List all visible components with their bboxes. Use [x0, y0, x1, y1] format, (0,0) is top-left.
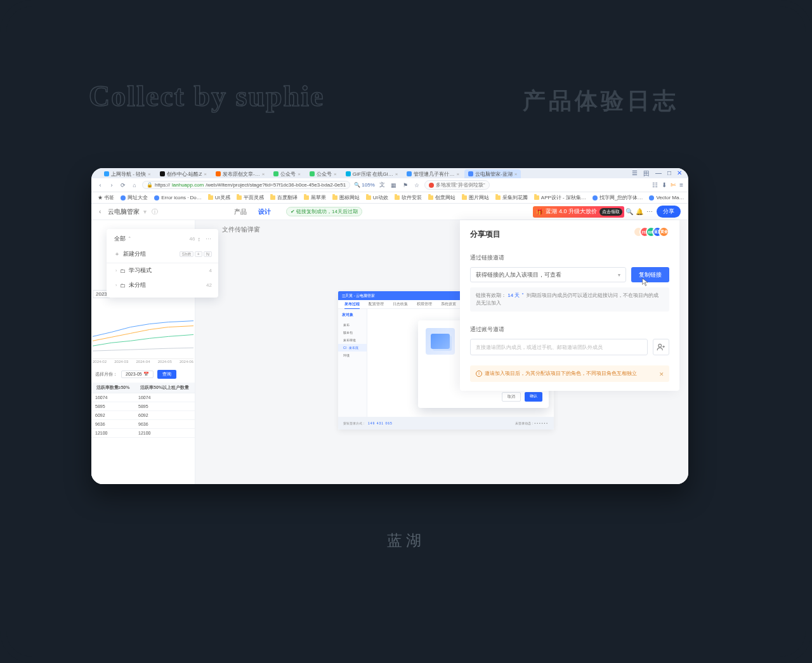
group-title[interactable]: 全部 [114, 235, 126, 243]
mock-side-item[interactable]: 发布 [338, 321, 367, 329]
bookmark-item[interactable]: 图片网站 [462, 194, 489, 201]
nav-back-icon[interactable]: ‹ [96, 182, 104, 188]
add-member-button[interactable] [653, 339, 669, 355]
more-icon[interactable]: ⋯ [645, 208, 655, 215]
sort-icon[interactable]: ↕ [198, 236, 201, 242]
key-n: N [204, 251, 212, 257]
browser-tab[interactable]: GIF压缩 在线GI… × [342, 169, 402, 178]
chevron-down-icon[interactable]: ▾ [143, 208, 147, 215]
mock-side-item[interactable]: 环境 [338, 351, 367, 359]
table-row: 96369636 [91, 420, 195, 429]
xtick: 2024-06 [180, 360, 193, 364]
lock-icon: 🔒 [147, 182, 153, 188]
xtick: 2024-02 [93, 360, 107, 364]
browser-tab[interactable]: 发布原创文章-… × [212, 169, 268, 178]
section-link-invite: 通过链接邀请 [470, 254, 669, 262]
new-group-row[interactable]: ＋ 新建分组 Shift + N [107, 247, 218, 263]
bookmark-item[interactable]: 找字网_您的字体… [593, 194, 643, 201]
extension-icon[interactable]: ☷ [652, 181, 658, 188]
translate-icon[interactable]: 文 [379, 181, 386, 189]
tab-product[interactable]: 产品 [234, 207, 247, 216]
window-control[interactable]: ☰ [632, 169, 638, 178]
info-icon[interactable]: ⓘ [152, 207, 158, 216]
search-icon[interactable]: 🔍 [624, 208, 634, 215]
share-button[interactable]: 分享 [657, 206, 681, 218]
mock-nav-item[interactable]: 权限管理 [417, 301, 432, 307]
bell-icon[interactable]: 🔔 [634, 208, 645, 215]
qr-icon[interactable]: ▦ [390, 182, 398, 188]
browser-tab[interactable]: 云电脑管家-蓝湖 × [464, 169, 521, 178]
url-field[interactable]: 🔒 https://lanhuapp.com/web/#/item/projec… [142, 181, 350, 189]
browser-tab[interactable]: 管理遭几子有什… × [403, 169, 463, 178]
star-icon[interactable]: ☆ [413, 182, 421, 188]
scissors-icon[interactable]: ✄ [671, 181, 676, 188]
bookmark-item[interactable]: 采集到花瓣 [495, 194, 528, 201]
invite-input[interactable]: 直接邀请团队内成员，或通过手机、邮箱邀请团队外成员 [470, 339, 648, 355]
mock-nav-item[interactable]: 系统设置 [441, 301, 456, 307]
nav-home-icon[interactable]: ⌂ [131, 182, 138, 188]
mock-nav-item[interactable]: 配置管理 [369, 301, 384, 307]
caption: 蓝湖 [387, 530, 425, 551]
browser-tab[interactable]: 上网导航 - 轻快 × [100, 169, 155, 178]
close-icon[interactable]: ✕ [659, 371, 664, 379]
bookmark-item[interactable]: 创意网站 [428, 194, 455, 201]
flag-icon[interactable]: ⚑ [402, 182, 409, 188]
bookmark-item[interactable]: 软件安装 [395, 194, 422, 201]
bookmark-item[interactable]: 图标网站 [332, 194, 360, 201]
share-panel: 分享项目 217 028 蓝湖 黄金 通过链接邀请 获得链接的人加入该项目，可查… [460, 220, 679, 391]
url-path: /web/#/item/project/stage?tid=57f1dc36-b… [206, 182, 346, 188]
mock-footer-dots: •••••• [534, 421, 549, 425]
bookmark-item[interactable]: Error icons · Do… [154, 195, 202, 200]
window-control[interactable]: 田 [643, 169, 650, 178]
window-control[interactable]: □ [667, 169, 671, 178]
browser-address-bar: ‹ › ⟳ ⌂ 🔒 https://lanhuapp.com/web/#/ite… [91, 178, 688, 192]
promo-cta[interactable]: 点击领取 [599, 208, 622, 216]
permission-select[interactable]: 获得链接的人加入该项目，可查看 ▾ [470, 267, 626, 282]
mock-side-item[interactable]: 发布审批 [338, 336, 367, 344]
nav-forward-icon[interactable]: › [108, 182, 115, 188]
chevron-up-icon[interactable]: ˄ [128, 236, 131, 242]
expiry-select[interactable]: 14 天 ˅ [508, 292, 523, 298]
bookmark-item[interactable]: Vector Ma… [649, 195, 684, 200]
bookmark-item[interactable]: 平面灵感 [237, 194, 264, 201]
window-control[interactable]: — [655, 169, 662, 178]
download-icon[interactable]: ⬇ [662, 181, 667, 188]
browser-tab[interactable]: 公众号 × [306, 169, 341, 178]
bookmark-item[interactable]: UI动效 [366, 194, 388, 201]
browser-tab[interactable]: 公众号 × [270, 169, 304, 178]
svg-point-0 [658, 344, 662, 347]
group-row[interactable]: › 🗀 学习模式 4 [107, 263, 218, 278]
bookmark-item[interactable]: 网址大全 [121, 194, 148, 201]
mock-side-item[interactable]: CI · 发布流 [338, 344, 367, 351]
promo-banner[interactable]: 🎁 蓝湖 4.0 升级大放价 点击领取 [533, 206, 624, 218]
bookmark-item[interactable]: APP设计 - 深秋集… [534, 194, 586, 201]
hero-title-left: Collect by suphie [89, 79, 324, 113]
nav-reload-icon[interactable]: ⟳ [119, 182, 127, 188]
omnibox-search[interactable]: 多地发现"异省倒垃圾" [424, 180, 490, 190]
query-button[interactable]: 查询 [157, 370, 176, 379]
group-row[interactable]: › 🗀 未分组 42 [107, 278, 218, 292]
xtick: 2024-04 [136, 360, 150, 364]
window-control[interactable]: ✕ [677, 169, 682, 178]
menu-icon[interactable]: ≡ [679, 181, 683, 188]
member-avatars[interactable]: 217 028 蓝湖 黄金 [638, 226, 669, 237]
bookmark-item[interactable]: 黑苹果 [304, 194, 326, 201]
mock-side-item[interactable]: 版本包 [338, 329, 367, 336]
mock-cancel-button[interactable]: 取消 [502, 392, 521, 402]
group-count: 46 [190, 236, 195, 242]
month-select[interactable]: 2023-05 📅 [121, 371, 154, 378]
back-icon[interactable]: ‹ [99, 208, 108, 215]
bookmark-root[interactable]: ★ 书签 [98, 194, 114, 201]
bookmark-item[interactable]: UI灵感 [208, 194, 230, 201]
copy-link-button[interactable]: 复制链接 [631, 267, 669, 282]
bookmark-item[interactable]: 百度翻译 [270, 194, 298, 201]
mock-nav-item[interactable]: 发布过程 [344, 301, 360, 307]
tab-design[interactable]: 设计 [258, 207, 271, 216]
zoom-indicator[interactable]: 🔍 105% [354, 182, 375, 188]
mock-nav-item[interactable]: 日志收集 [393, 301, 408, 307]
browser-tab[interactable]: 创作中心-站酷Z × [156, 169, 211, 178]
mock-ok-button[interactable]: 确认 [525, 392, 542, 402]
screenshot-browser-window: 上网导航 - 轻快 ×创作中心-站酷Z ×发布原创文章-… ×公众号 ×公众号 … [91, 168, 688, 484]
avatar[interactable]: 黄金 [658, 226, 669, 237]
more-dots-icon[interactable]: ⋯ [206, 236, 212, 242]
